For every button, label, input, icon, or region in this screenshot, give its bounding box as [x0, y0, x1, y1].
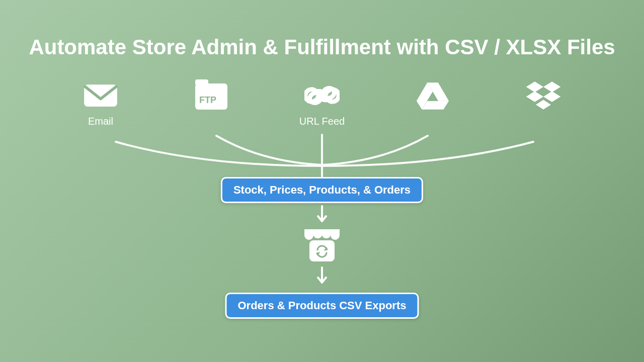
source-url: URL Feed — [297, 80, 347, 128]
imports-pill: Stock, Prices, Products, & Orders — [221, 177, 423, 203]
arrow-down-icon — [316, 205, 328, 223]
source-email: Email — [75, 80, 126, 128]
svg-rect-5 — [309, 240, 335, 261]
source-gdrive — [408, 80, 458, 128]
arrow-down-icon — [316, 266, 328, 285]
svg-line-3 — [318, 94, 326, 97]
folder-icon: FTP — [195, 83, 227, 110]
page-title: Automate Store Admin & Fulfillment with … — [0, 35, 644, 59]
folder-label: FTP — [199, 95, 216, 106]
sources-row: Email FTP URL Feed — [0, 80, 644, 128]
source-dropbox — [518, 80, 569, 128]
source-email-label: Email — [88, 116, 113, 128]
dropbox-icon — [526, 80, 561, 111]
email-icon — [83, 80, 118, 111]
exports-pill: Orders & Products CSV Exports — [225, 293, 419, 319]
store-icon — [302, 225, 342, 264]
svg-rect-0 — [84, 84, 117, 107]
source-ftp: FTP — [186, 80, 236, 128]
source-url-label: URL Feed — [299, 116, 345, 128]
gdrive-icon — [415, 80, 450, 111]
link-icon — [304, 80, 340, 111]
